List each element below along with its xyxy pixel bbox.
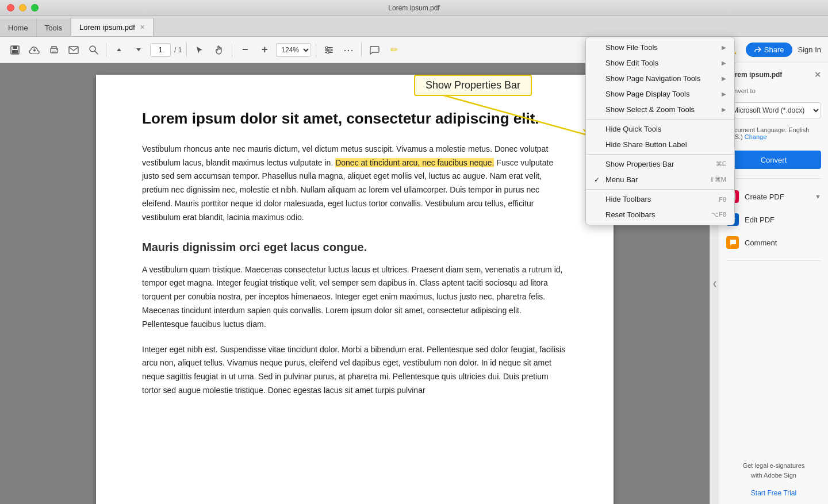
comment-tool-icon xyxy=(726,236,739,249)
context-menu: Show File Tools ▶ Show Edit Tools ▶ Show… xyxy=(585,37,735,225)
svg-point-13 xyxy=(329,49,331,51)
callout-label-text: Show Properties Bar xyxy=(414,75,532,96)
tab-bar: Home Tools Lorem ipsum.pdf ✕ xyxy=(0,16,828,37)
panel-filename: Lorem ipsum.pdf ✕ xyxy=(726,70,821,79)
submenu-arrow-icon: ▶ xyxy=(722,60,726,66)
start-free-trial-link[interactable]: Start Free Trial xyxy=(726,489,821,497)
page-total-label: / 1 xyxy=(174,46,182,54)
panel-footer-text: Get legal e-signatureswith Adobe Sign xyxy=(726,461,821,480)
menu-checkmark-icon: ✓ xyxy=(594,176,602,184)
shortcut-hide-toolbars: F8 xyxy=(719,196,726,203)
shortcut-show-properties-bar: ⌘E xyxy=(716,160,726,168)
traffic-lights xyxy=(7,4,39,11)
page-down-icon[interactable] xyxy=(131,42,147,58)
search-icon[interactable] xyxy=(85,42,101,58)
zoom-out-icon[interactable]: − xyxy=(237,42,253,58)
tab-tools[interactable]: Tools xyxy=(37,19,71,36)
convert-button[interactable]: Convert xyxy=(726,151,821,169)
toolbar-divider-5 xyxy=(361,43,362,57)
pdf-highlighted-text: Donec at tincidunt arcu, nec faucibus ne… xyxy=(335,158,494,167)
close-button[interactable] xyxy=(7,4,14,11)
pdf-paragraph-3: Integer eget nibh est. Suspendisse vitae… xyxy=(142,343,568,398)
window-title: Lorem ipsum.pdf xyxy=(388,4,439,12)
pdf-paragraph-2: A vestibulum quam tristique. Maecenas co… xyxy=(142,263,568,332)
menu-item-show-properties-bar[interactable]: Show Properties Bar ⌘E xyxy=(586,156,734,172)
edit-pdf-tool[interactable]: Edit PDF xyxy=(726,211,821,228)
menu-item-show-page-nav-tools[interactable]: Show Page Navigation Tools ▶ xyxy=(586,71,734,86)
svg-point-5 xyxy=(56,49,57,50)
convert-format-select[interactable]: Microsoft Word (*.docx) xyxy=(726,102,821,118)
svg-rect-4 xyxy=(52,51,56,52)
pdf-heading: Lorem ipsum dolor sit amet, consectetur … xyxy=(142,109,568,129)
tab-home[interactable]: Home xyxy=(0,19,37,36)
tools-icon[interactable] xyxy=(321,42,337,58)
minimize-button[interactable] xyxy=(19,4,26,11)
toolbar-divider-1 xyxy=(106,43,106,57)
menu-item-hide-toolbars[interactable]: Hide Toolbars F8 xyxy=(586,191,734,207)
change-language-link[interactable]: Change xyxy=(745,133,767,140)
menu-item-reset-toolbars[interactable]: Reset Toolbars ⌥F8 xyxy=(586,207,734,222)
callout-annotation: Show Properties Bar xyxy=(414,75,532,96)
comment-icon[interactable] xyxy=(366,42,382,58)
svg-line-8 xyxy=(95,51,98,54)
comment-tool[interactable]: Comment xyxy=(726,234,821,251)
pdf-paragraph-1: Vestibulum rhoncus ante nec mauris dictu… xyxy=(142,143,568,225)
menu-item-hide-share-button-label[interactable]: Hide Share Button Label xyxy=(586,137,734,152)
page-number-input[interactable] xyxy=(150,43,171,57)
zoom-select[interactable]: 124% 100% 75% 150% xyxy=(276,43,311,57)
menu-item-show-edit-tools[interactable]: Show Edit Tools ▶ xyxy=(586,55,734,71)
submenu-arrow-icon: ▶ xyxy=(722,91,726,97)
create-pdf-expand-icon[interactable]: ▼ xyxy=(815,193,821,200)
menu-item-menu-bar[interactable]: ✓ Menu Bar ⇧⌘M xyxy=(586,172,734,187)
shortcut-menu-bar: ⇧⌘M xyxy=(710,176,726,183)
save-icon[interactable] xyxy=(7,42,23,58)
menu-separator-1 xyxy=(586,119,734,120)
pen-icon[interactable]: ✏ xyxy=(386,42,402,58)
toolbar-divider-4 xyxy=(316,43,316,57)
menu-item-hide-quick-tools[interactable]: Hide Quick Tools xyxy=(586,121,734,137)
print-icon[interactable] xyxy=(46,42,62,58)
svg-rect-1 xyxy=(13,46,17,49)
pdf-page: Lorem ipsum dolor sit amet, consectetur … xyxy=(96,75,614,504)
menu-item-show-page-display-tools[interactable]: Show Page Display Tools ▶ xyxy=(586,86,734,102)
create-pdf-tool[interactable]: P Create PDF ▼ xyxy=(726,188,821,205)
page-up-icon[interactable] xyxy=(111,42,127,58)
convert-to-label: Convert to xyxy=(726,87,821,94)
menu-separator-2 xyxy=(586,154,734,155)
menu-item-show-select-zoom-tools[interactable]: Show Select & Zoom Tools ▶ xyxy=(586,102,734,117)
mail-icon[interactable] xyxy=(66,42,82,58)
more-icon[interactable]: ⋯ xyxy=(340,42,356,58)
fullscreen-button[interactable] xyxy=(31,4,39,11)
cursor-tool-icon[interactable] xyxy=(191,42,208,58)
toolbar-divider-2 xyxy=(186,43,187,57)
doc-language-label: Document Language: English (U.S.) Change xyxy=(726,126,821,140)
panel-divider-1 xyxy=(726,178,821,179)
svg-rect-6 xyxy=(69,47,78,53)
submenu-arrow-icon: ▶ xyxy=(722,75,726,82)
share-button[interactable]: Share xyxy=(746,43,792,57)
shortcut-reset-toolbars: ⌥F8 xyxy=(711,211,726,218)
menu-item-show-file-tools[interactable]: Show File Tools ▶ xyxy=(586,40,734,55)
submenu-arrow-icon: ▶ xyxy=(722,106,726,113)
signin-label[interactable]: Sign In xyxy=(798,45,821,54)
title-bar: Lorem ipsum.pdf xyxy=(0,0,828,16)
svg-rect-2 xyxy=(12,50,18,53)
svg-point-14 xyxy=(327,51,329,53)
pdf-subheading: Mauris dignissim orci eget lacus congue. xyxy=(142,241,568,254)
tab-close-icon[interactable]: ✕ xyxy=(140,24,145,31)
hand-tool-icon[interactable] xyxy=(211,42,227,58)
zoom-in-icon[interactable]: + xyxy=(256,42,273,58)
right-panel: Lorem ipsum.pdf ✕ Convert to Microsoft W… xyxy=(719,63,828,504)
panel-divider-2 xyxy=(726,260,821,261)
svg-point-12 xyxy=(325,47,328,49)
menu-separator-3 xyxy=(586,189,734,190)
toolbar-divider-3 xyxy=(232,43,232,57)
panel-close-icon[interactable]: ✕ xyxy=(814,70,821,79)
cloud-icon[interactable] xyxy=(26,42,43,58)
submenu-arrow-icon: ▶ xyxy=(722,44,726,51)
tab-document[interactable]: Lorem ipsum.pdf ✕ xyxy=(71,18,154,36)
